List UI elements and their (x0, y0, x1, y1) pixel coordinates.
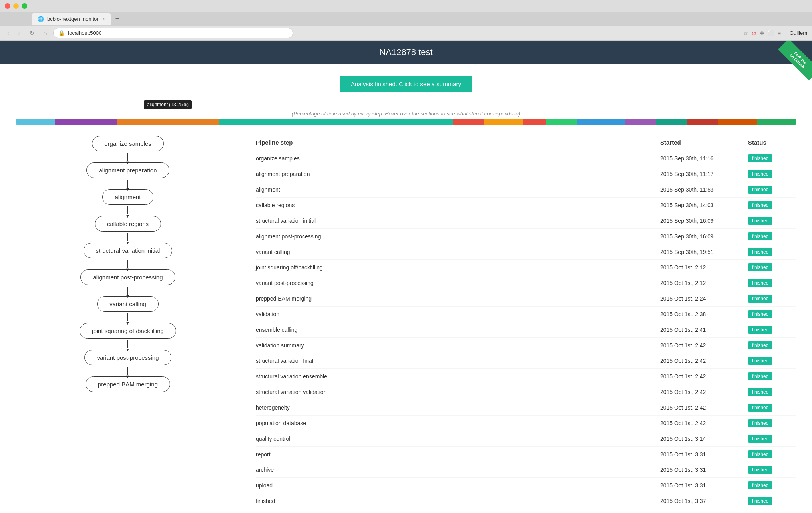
user-label: Guillem (790, 30, 807, 36)
status-badge: finished (748, 435, 772, 443)
status-badge: finished (748, 232, 772, 240)
app-header: NA12878 test Fork meon Github (0, 41, 812, 64)
back-button[interactable]: ‹ (5, 29, 12, 38)
progress-bar (16, 119, 796, 125)
progress-section: (Percentage of time used by every step. … (0, 111, 812, 125)
status-badge: finished (748, 279, 772, 287)
table-cell-started: 2015 Oct 1st, 2:38 (660, 311, 748, 317)
progress-segment (546, 119, 577, 125)
table-row: variant calling2015 Sep 30th, 19:51finis… (256, 244, 796, 260)
table-cell-started: 2015 Oct 1st, 3:31 (660, 451, 748, 458)
browser-chrome: 🌐 bcbio-nextgen monitor ✕ + ‹ › ↻ ⌂ 🔒 lo… (0, 0, 812, 41)
maximize-button[interactable] (22, 3, 27, 9)
tab-favicon: 🌐 (38, 16, 44, 22)
reload-button[interactable]: ↻ (27, 28, 37, 38)
url-input[interactable]: 🔒 localhost:5000 (53, 28, 293, 38)
flow-arrow (16, 339, 240, 350)
progress-segment (656, 119, 687, 125)
progress-segment (577, 119, 624, 125)
table-cell-step: alignment preparation (256, 171, 660, 177)
flow-node[interactable]: organize samples (16, 136, 240, 151)
status-badge: finished (748, 154, 772, 162)
step-tooltip: alignment (13.25%) (144, 100, 192, 109)
close-button[interactable] (5, 3, 10, 9)
minimize-button[interactable] (13, 3, 19, 9)
progress-segment (117, 119, 219, 125)
window-icon[interactable]: ⬜ (768, 30, 774, 36)
table-row: variant post-processing2015 Oct 1st, 2:1… (256, 275, 796, 291)
active-tab[interactable]: 🌐 bcbio-nextgen monitor ✕ (32, 13, 111, 25)
forward-button[interactable]: › (16, 29, 22, 38)
table-cell-started: 2015 Oct 1st, 2:12 (660, 264, 748, 271)
table-cell-started: 2015 Oct 1st, 2:42 (660, 358, 748, 364)
analysis-summary-button[interactable]: Analysis finished. Click to see a summar… (340, 76, 472, 92)
flow-arrow (16, 365, 240, 376)
table-row: report2015 Oct 1st, 3:31finished (256, 447, 796, 462)
flow-arrow (16, 312, 240, 323)
table-row: validation2015 Oct 1st, 2:38finished (256, 307, 796, 322)
status-badge: finished (748, 295, 772, 303)
status-badge: finished (748, 497, 772, 505)
table-cell-started: 2015 Sep 30th, 11:16 (660, 155, 748, 162)
flow-arrow (16, 285, 240, 296)
table-cell-started: 2015 Oct 1st, 2:41 (660, 327, 748, 333)
status-badge: finished (748, 450, 772, 458)
table-cell-step: structural variation validation (256, 389, 660, 395)
table-cell-step: joint squaring off/backfilling (256, 264, 660, 271)
table-cell-started: 2015 Sep 30th, 16:09 (660, 218, 748, 224)
table-cell-step: finished (256, 498, 660, 504)
table-cell-started: 2015 Oct 1st, 2:42 (660, 342, 748, 349)
home-button[interactable]: ⌂ (41, 29, 50, 38)
star-icon[interactable]: ☆ (743, 30, 748, 36)
table-cell-step: upload (256, 482, 660, 489)
status-badge: finished (748, 263, 772, 271)
table-row: upload2015 Oct 1st, 3:31finished (256, 478, 796, 493)
new-tab-button[interactable]: + (111, 13, 123, 25)
progress-segment (55, 119, 117, 125)
table-cell-started: 2015 Oct 1st, 3:14 (660, 436, 748, 442)
table-cell-started: 2015 Sep 30th, 19:51 (660, 249, 748, 255)
flow-arrow (16, 151, 240, 162)
status-badge: finished (748, 341, 772, 349)
table-cell-started: 2015 Sep 30th, 11:53 (660, 186, 748, 193)
table-cell-step: organize samples (256, 155, 660, 162)
flow-arrow (16, 205, 240, 216)
table-cell-started: 2015 Oct 1st, 2:42 (660, 389, 748, 395)
table-row: population database2015 Oct 1st, 2:42fin… (256, 416, 796, 431)
status-badge: finished (748, 248, 772, 256)
tooltip-container: alignment (13.25%) (0, 100, 812, 111)
menu-icon[interactable]: ≡ (778, 30, 781, 36)
table-row: alignment post-processing2015 Sep 30th, … (256, 229, 796, 244)
table-row: finished2015 Oct 1st, 3:37finished (256, 493, 796, 509)
table-cell-step: alignment post-processing (256, 233, 660, 240)
table-cell-started: 2015 Oct 1st, 3:37 (660, 498, 748, 504)
traffic-lights (5, 3, 27, 9)
table-row: structural variation initial2015 Sep 30t… (256, 213, 796, 229)
table-row: joint squaring off/backfilling2015 Oct 1… (256, 260, 796, 275)
table-row: callable regions2015 Sep 30th, 14:03fini… (256, 198, 796, 213)
table-cell-step: structural variation final (256, 358, 660, 364)
progress-segment (757, 119, 796, 125)
table-row: archive2015 Oct 1st, 3:31finished (256, 462, 796, 478)
lock-icon: 🔒 (58, 30, 65, 36)
table-cell-step: validation summary (256, 342, 660, 349)
progress-hint: (Percentage of time used by every step. … (16, 111, 796, 117)
flow-arrow (16, 178, 240, 189)
extension-icon[interactable]: ✚ (760, 30, 764, 36)
stop-icon[interactable]: ⊘ (752, 30, 756, 36)
col-pipeline-step: Pipeline step (256, 139, 660, 146)
address-icons: ☆ ⊘ ✚ ⬜ ≡ (743, 30, 781, 36)
two-col-layout: organize samplesalignment preparationali… (0, 128, 812, 513)
table-row: alignment preparation2015 Sep 30th, 11:1… (256, 166, 796, 182)
analysis-btn-wrap: Analysis finished. Click to see a summar… (0, 76, 812, 92)
tab-close-button[interactable]: ✕ (102, 17, 105, 21)
status-badge: finished (748, 201, 772, 209)
table-cell-started: 2015 Oct 1st, 3:31 (660, 482, 748, 489)
progress-segment (625, 119, 656, 125)
progress-segment (718, 119, 757, 125)
table-cell-started: 2015 Oct 1st, 2:24 (660, 295, 748, 302)
table-cell-started: 2015 Oct 1st, 2:42 (660, 420, 748, 426)
fork-ribbon[interactable]: Fork meon Github (772, 41, 812, 81)
table-cell-started: 2015 Sep 30th, 14:03 (660, 202, 748, 208)
flow-arrow (16, 258, 240, 269)
